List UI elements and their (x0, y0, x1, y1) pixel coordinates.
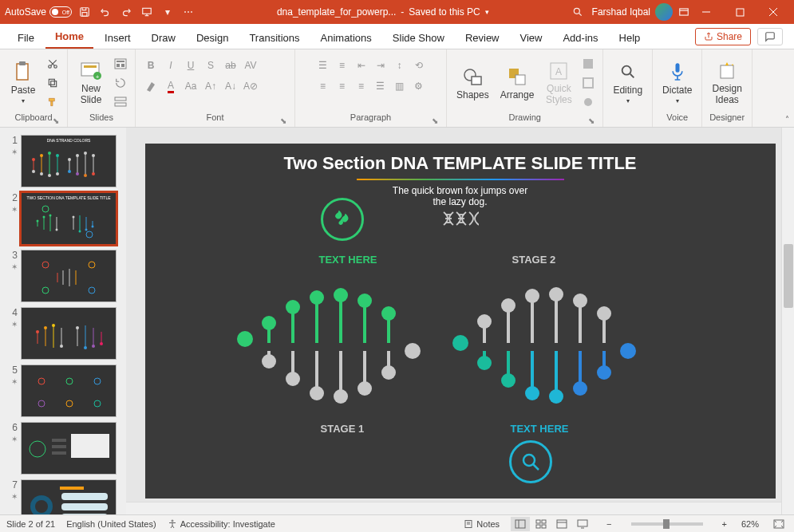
qat-more-icon[interactable]: ▾ (161, 6, 174, 18)
redo-icon[interactable] (120, 6, 132, 18)
tab-slideshow[interactable]: Slide Show (383, 27, 454, 49)
collapse-ribbon-icon[interactable]: ˄ (785, 115, 789, 124)
tab-home[interactable]: Home (45, 26, 93, 49)
shrink-font-button[interactable]: A↓ (222, 78, 239, 94)
vertical-scrollbar[interactable] (781, 128, 794, 514)
quick-styles-button[interactable]: A Quick Styles (542, 58, 575, 106)
slide-position[interactable]: Slide 2 of 21 (6, 519, 55, 529)
align-right-button[interactable]: ≡ (353, 78, 370, 94)
shape-fill-icon[interactable] (580, 56, 596, 72)
sorter-view-button[interactable] (531, 517, 551, 531)
label-text-here-top[interactable]: TEXT HERE (319, 254, 377, 266)
spacing-button[interactable]: AV (242, 57, 259, 73)
grow-font-button[interactable]: A↑ (202, 78, 219, 94)
text-direction-button[interactable]: ⟲ (410, 57, 428, 73)
copy-icon[interactable] (45, 75, 61, 91)
line-spacing-button[interactable]: ↕ (391, 57, 409, 73)
share-button[interactable]: Share (695, 28, 751, 45)
italic-button[interactable]: I (162, 57, 180, 73)
dictate-button[interactable]: Dictate▾ (659, 59, 695, 106)
autosave-toggle[interactable]: Off (49, 6, 72, 18)
thumbnail-6[interactable]: 6✶ (0, 420, 126, 477)
zoom-slider-thumb[interactable] (663, 519, 670, 529)
format-painter-icon[interactable] (45, 94, 61, 110)
shapes-button[interactable]: Shapes (453, 64, 492, 102)
thumbnail-1[interactable]: 1✶ DNA STRAND COLORS (0, 132, 126, 190)
clear-format-button[interactable]: A⊘ (242, 78, 259, 94)
clipboard-launcher-icon[interactable]: ⬊ (53, 116, 59, 125)
font-color-button[interactable]: A (162, 78, 180, 94)
arrange-button[interactable]: Arrange (497, 64, 538, 102)
magnifier-circle-icon[interactable] (509, 440, 552, 483)
reading-view-button[interactable] (552, 517, 571, 531)
autosave-control[interactable]: AutoSave Off (5, 6, 72, 18)
zoom-out-button[interactable]: − (603, 519, 614, 529)
droplet-circle-icon[interactable] (321, 198, 364, 241)
minimize-button[interactable] (690, 1, 722, 23)
qat-overflow-icon[interactable]: ⋯ (182, 6, 195, 18)
editing-button[interactable]: Editing▾ (610, 59, 646, 106)
tab-transitions[interactable]: Transitions (239, 27, 309, 49)
tab-animations[interactable]: Animations (311, 27, 381, 49)
slide-subtitle[interactable]: The quick brown fox jumps over the lazy … (145, 185, 776, 207)
new-slide-button[interactable]: + New Slide (74, 58, 108, 106)
indent-right-button[interactable]: ⇥ (372, 57, 389, 73)
thumbnail-3[interactable]: 3✶ (0, 247, 126, 305)
indent-left-button[interactable]: ⇤ (353, 57, 370, 73)
strike-button[interactable]: ab (222, 57, 239, 73)
fit-to-window-button[interactable] (770, 519, 788, 529)
smartart-button[interactable]: ⚙ (410, 78, 428, 94)
shape-outline-icon[interactable] (580, 75, 596, 91)
close-button[interactable] (757, 1, 789, 23)
underline-button[interactable]: U (182, 57, 199, 73)
tab-review[interactable]: Review (456, 27, 509, 49)
thumbnail-4[interactable]: 4✶ (0, 305, 126, 362)
drawing-launcher-icon[interactable]: ⬊ (588, 116, 595, 125)
tab-addins[interactable]: Add-ins (553, 27, 607, 49)
dna-strand-graphic[interactable] (213, 267, 708, 427)
search-icon[interactable] (571, 6, 584, 18)
section-icon[interactable] (113, 94, 128, 110)
columns-button[interactable]: ▥ (391, 78, 409, 94)
undo-icon[interactable] (99, 6, 112, 18)
zoom-slider[interactable] (631, 522, 703, 526)
tab-insert[interactable]: Insert (95, 27, 140, 49)
zoom-level[interactable]: 62% (741, 519, 759, 529)
paste-button[interactable]: Paste▾ (6, 59, 40, 106)
normal-view-button[interactable] (511, 517, 530, 531)
numbering-button[interactable]: ≡ (334, 57, 351, 73)
label-stage-2[interactable]: STAGE 2 (512, 254, 556, 266)
slide-canvas[interactable]: Two Section DNA TEMPLATE SLIDE TITLE The… (145, 144, 776, 499)
bullets-button[interactable]: ☰ (314, 57, 332, 73)
accessibility-status[interactable]: Accessibility: Investigate (168, 519, 275, 529)
user-account[interactable]: Farshad Iqbal (592, 3, 673, 21)
slide-title[interactable]: Two Section DNA TEMPLATE SLIDE TITLE (145, 144, 776, 174)
thumbnail-2[interactable]: 2✶ TWO SECTION DNA TEMPLATE SLIDE TITLE (0, 190, 126, 247)
horizontal-scrollbar[interactable] (126, 502, 781, 514)
comments-button[interactable] (757, 28, 783, 45)
thumbnail-5[interactable]: 5✶ (0, 362, 126, 420)
ribbon-display-icon[interactable] (677, 6, 690, 18)
cut-icon[interactable] (45, 56, 61, 72)
notes-button[interactable]: Notes (464, 519, 500, 529)
tab-help[interactable]: Help (610, 27, 650, 49)
paragraph-launcher-icon[interactable]: ⬊ (432, 116, 438, 125)
tab-design[interactable]: Design (187, 27, 238, 49)
change-case-button[interactable]: Aa (182, 78, 199, 94)
highlight-icon[interactable] (142, 78, 160, 94)
tab-file[interactable]: File (8, 27, 44, 49)
language-status[interactable]: English (United States) (66, 519, 156, 529)
shape-effects-icon[interactable] (580, 94, 596, 110)
scrollbar-thumb[interactable] (784, 244, 793, 308)
save-icon[interactable] (78, 6, 91, 18)
tab-view[interactable]: View (511, 27, 552, 49)
present-icon[interactable] (140, 6, 153, 18)
font-launcher-icon[interactable]: ⬊ (280, 116, 286, 125)
slide-canvas-area[interactable]: Two Section DNA TEMPLATE SLIDE TITLE The… (126, 128, 794, 514)
justify-button[interactable]: ☰ (372, 78, 389, 94)
shadow-button[interactable]: S (202, 57, 219, 73)
bold-button[interactable]: B (142, 57, 160, 73)
maximize-button[interactable] (724, 1, 756, 23)
tab-draw[interactable]: Draw (142, 27, 185, 49)
design-ideas-button[interactable]: Design Ideas (709, 58, 745, 106)
